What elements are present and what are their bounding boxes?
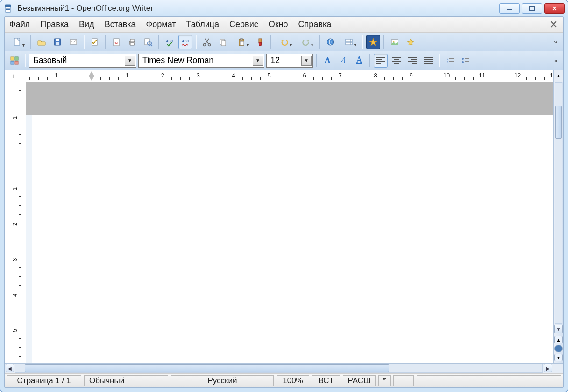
menu-insert[interactable]: Вставка — [105, 20, 136, 29]
undo-button[interactable]: ▼ — [275, 35, 294, 49]
status-page-style[interactable]: Обычный — [84, 375, 168, 386]
open-button[interactable] — [35, 35, 49, 49]
toolbar-overflow-button[interactable]: » — [551, 35, 561, 49]
print-preview-button[interactable] — [141, 35, 155, 49]
align-center-button[interactable] — [390, 54, 404, 68]
menu-edit[interactable]: Правка — [40, 20, 69, 29]
scroll-down-button[interactable]: ▼ — [554, 325, 563, 333]
svg-rect-28 — [259, 39, 262, 42]
scroll-track[interactable] — [555, 82, 562, 324]
svg-text:2: 2 — [447, 61, 448, 63]
status-page[interactable]: Страница 1 / 1 — [7, 375, 81, 386]
titlebar[interactable]: Безымянный1 - OpenOffice.org Writer — [0, 0, 568, 16]
edit-file-button[interactable] — [88, 35, 102, 49]
horizontal-ruler[interactable]: 11234567891011121314 — [26, 70, 553, 82]
close-button[interactable] — [544, 3, 565, 14]
svg-rect-34 — [15, 57, 18, 60]
statusbar: Страница 1 / 1 Обычный Русский 100% ВСТ … — [5, 373, 563, 387]
gallery-button[interactable] — [388, 35, 402, 49]
menu-file[interactable]: Файл — [9, 20, 30, 29]
vertical-ruler[interactable]: 112345 — [5, 82, 26, 363]
menu-help[interactable]: Справка — [298, 20, 332, 29]
svg-rect-8 — [56, 39, 59, 41]
styles-window-button[interactable] — [7, 54, 21, 68]
scroll-track[interactable] — [15, 364, 543, 373]
navigation-target-button[interactable] — [554, 345, 563, 352]
status-language[interactable]: Русский — [171, 375, 274, 386]
table-insert-button[interactable]: ▼ — [339, 35, 359, 49]
svg-rect-5 — [530, 6, 534, 10]
svg-rect-33 — [11, 57, 14, 60]
hyperlink-button[interactable] — [323, 35, 337, 49]
svg-point-22 — [208, 43, 211, 46]
menu-window[interactable]: Окно — [269, 20, 288, 29]
scroll-right-button[interactable]: ▶ — [544, 364, 552, 372]
export-pdf-button[interactable]: PDF — [109, 35, 123, 49]
status-zoom[interactable]: 100% — [277, 375, 309, 386]
tab-stop-selector[interactable]: ∟ — [5, 70, 26, 82]
bold-button[interactable]: A — [320, 54, 334, 68]
align-justify-button[interactable] — [421, 54, 435, 68]
status-selection-mode[interactable]: РАСШ — [343, 375, 376, 386]
scroll-left-button[interactable]: ◀ — [6, 364, 14, 372]
dropdown-button[interactable]: ▼ — [125, 56, 135, 66]
minimize-button[interactable] — [499, 3, 520, 14]
format-paintbrush-button[interactable] — [253, 35, 267, 49]
cut-button[interactable] — [200, 35, 214, 49]
save-button[interactable] — [50, 35, 64, 49]
zoom-button[interactable] — [404, 35, 418, 49]
document-area[interactable] — [26, 82, 553, 363]
numbered-list-button[interactable]: 12 — [443, 54, 457, 68]
navigator-button[interactable] — [366, 35, 380, 49]
new-document-button[interactable]: ▼ — [7, 35, 27, 49]
dropdown-button[interactable]: ▼ — [301, 56, 312, 66]
font-size-combo[interactable]: 12 ▼ — [266, 54, 313, 68]
maximize-button[interactable] — [522, 3, 542, 14]
bulleted-list-button[interactable] — [459, 54, 473, 68]
document-page[interactable] — [32, 115, 553, 363]
svg-point-41 — [462, 58, 464, 60]
svg-point-21 — [204, 43, 206, 46]
svg-rect-42 — [465, 58, 469, 59]
close-document-button[interactable]: ✕ — [549, 19, 558, 31]
svg-rect-27 — [240, 41, 244, 45]
toolbar-overflow-button[interactable]: » — [551, 54, 561, 68]
menubar: Файл Правка Вид Вставка Формат Таблица С… — [5, 17, 563, 33]
svg-rect-35 — [11, 61, 14, 64]
svg-rect-2 — [6, 8, 10, 9]
menu-table[interactable]: Таблица — [186, 20, 220, 29]
redo-button[interactable]: ▼ — [296, 35, 316, 49]
previous-page-nav-button[interactable]: ▲ — [554, 336, 563, 343]
italic-button[interactable]: A — [336, 54, 350, 68]
svg-text:ABC: ABC — [166, 39, 173, 42]
paste-button[interactable]: ▼ — [232, 35, 251, 49]
svg-rect-26 — [241, 38, 242, 40]
status-insert-mode[interactable]: ВСТ — [312, 375, 340, 386]
auto-spellcheck-button[interactable]: ABC — [178, 35, 192, 49]
underline-button[interactable]: A — [352, 54, 366, 68]
align-right-button[interactable] — [405, 54, 419, 68]
vertical-scrollbar[interactable]: ▼ ▲ ▼ — [553, 82, 563, 363]
spellcheck-button[interactable]: ABC — [163, 35, 177, 49]
app-icon — [3, 3, 14, 14]
print-button[interactable] — [125, 35, 139, 49]
svg-rect-24 — [221, 41, 226, 46]
status-signature[interactable] — [393, 375, 414, 386]
horizontal-scrollbar[interactable]: ◀ ▶ — [5, 363, 563, 373]
scroll-thumb[interactable] — [25, 364, 389, 372]
next-page-nav-button[interactable]: ▼ — [554, 354, 563, 361]
svg-rect-16 — [130, 43, 134, 45]
copy-button[interactable] — [216, 35, 230, 49]
mail-button[interactable] — [66, 35, 80, 49]
align-left-button[interactable] — [374, 54, 388, 68]
menu-tools[interactable]: Сервис — [229, 20, 258, 29]
dropdown-button[interactable]: ▼ — [253, 56, 263, 66]
scroll-thumb[interactable] — [555, 106, 562, 139]
menu-format[interactable]: Формат — [146, 20, 176, 29]
status-modified[interactable]: * — [378, 375, 390, 386]
menu-view[interactable]: Вид — [79, 20, 94, 29]
scroll-up-button[interactable]: ▲ — [553, 70, 563, 82]
paragraph-style-combo[interactable]: Базовый ▼ — [29, 54, 136, 68]
font-name-combo[interactable]: Times New Roman ▼ — [138, 54, 264, 68]
svg-rect-36 — [15, 61, 18, 64]
